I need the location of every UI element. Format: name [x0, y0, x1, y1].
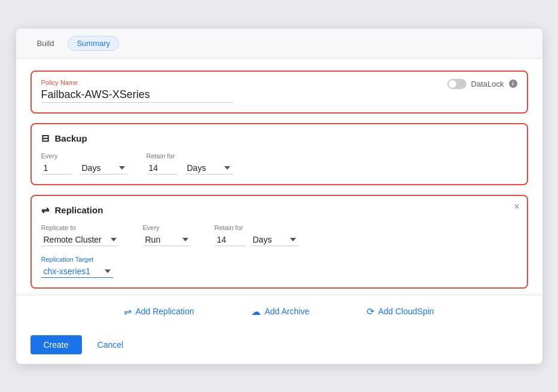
replication-target-label: Replication Target	[41, 256, 113, 263]
backup-icon: ⊟	[41, 133, 49, 144]
replication-section: × ⇌ Replication Replicate to Remote Clus…	[31, 195, 528, 289]
policy-name-field: Policy Name	[41, 79, 233, 103]
tab-summary[interactable]: Summary	[68, 36, 119, 51]
policy-name-section: Policy Name DataLock i	[31, 71, 528, 114]
replication-retain-label: Retain for	[215, 224, 298, 231]
replicate-to-select[interactable]: Remote Cluster Cloud Cluster	[41, 234, 119, 246]
modal-container: Build Summary Policy Name DataLock i ⊟ B…	[16, 29, 542, 364]
replication-section-header: ⇌ Replication	[41, 204, 517, 216]
replication-inner: ⇌ Replication Replicate to Remote Cluste…	[32, 196, 527, 287]
add-archive-label: Add Archive	[264, 307, 309, 316]
backup-section: ⊟ Backup Every Days Hours Weeks Months Y…	[31, 123, 528, 185]
replication-icon: ⇌	[41, 204, 49, 216]
add-cloudspin-icon: ⟳	[367, 306, 374, 317]
replication-title: Replication	[55, 205, 103, 215]
backup-retain-unit-select[interactable]: Days Hours Weeks Months Years	[185, 162, 233, 174]
backup-retain-label: Retain for	[147, 152, 178, 160]
add-cloudspin-label: Add CloudSpin	[378, 307, 434, 316]
replication-retain-unit-select[interactable]: Days Hours Weeks Months Years	[251, 234, 298, 246]
backup-every-unit-select[interactable]: Days Hours Weeks Months Years	[80, 162, 127, 174]
replication-target-group: Replication Target chx-xseries1 chx-xser…	[41, 256, 113, 278]
datalock-label: DataLock	[471, 79, 504, 88]
bottom-bar: Create Cancel	[16, 328, 542, 364]
tabs-bar: Build Summary	[16, 29, 542, 59]
backup-retain-group: Retain for	[147, 152, 178, 174]
datalock-toggle-group: DataLock i	[447, 79, 517, 89]
replication-retain-input[interactable]	[215, 234, 246, 246]
policy-name-input[interactable]	[41, 88, 233, 103]
policy-name-label: Policy Name	[41, 79, 233, 86]
datalock-info-icon[interactable]: i	[509, 79, 517, 88]
footer-actions: ⇌ Add Replication ☁ Add Archive ⟳ Add Cl…	[16, 295, 542, 328]
backup-every-input[interactable]	[41, 162, 72, 174]
replicate-to-label: Replicate to	[41, 224, 119, 231]
cancel-button[interactable]: Cancel	[92, 335, 130, 354]
backup-retain-unit-group: Days Hours Weeks Months Years	[185, 162, 233, 174]
backup-every-group: Every	[41, 152, 72, 174]
replication-close-button[interactable]: ×	[514, 202, 519, 212]
datalock-toggle-switch[interactable]	[447, 79, 466, 89]
backup-every-unit-group: Days Hours Weeks Months Years	[80, 162, 127, 174]
modal-body: Policy Name DataLock i ⊟ Backup Every	[16, 59, 542, 295]
replication-target-row: Replication Target chx-xseries1 chx-xser…	[41, 256, 517, 278]
backup-form-row: Every Days Hours Weeks Months Years Reta…	[41, 152, 517, 174]
tab-build[interactable]: Build	[28, 36, 63, 51]
backup-retain-input[interactable]	[147, 162, 178, 174]
replication-every-select[interactable]: Run 1 Hour 1 Day	[143, 234, 191, 246]
add-replication-icon: ⇌	[124, 306, 132, 317]
replication-every-group: Every Run 1 Hour 1 Day	[143, 224, 191, 246]
add-archive-button[interactable]: ☁ Add Archive	[246, 304, 314, 320]
backup-section-header: ⊟ Backup	[41, 133, 517, 144]
replication-every-label: Every	[143, 224, 191, 231]
create-button[interactable]: Create	[31, 335, 82, 354]
replicate-to-group: Replicate to Remote Cluster Cloud Cluste…	[41, 224, 119, 246]
add-replication-label: Add Replication	[135, 307, 194, 316]
add-replication-button[interactable]: ⇌ Add Replication	[119, 304, 199, 320]
add-archive-icon: ☁	[251, 306, 261, 317]
replication-row1: Replicate to Remote Cluster Cloud Cluste…	[41, 224, 517, 246]
add-cloudspin-button[interactable]: ⟳ Add CloudSpin	[362, 304, 438, 320]
replication-target-select[interactable]: chx-xseries1 chx-xseries2	[41, 265, 113, 278]
replication-retain-group: Retain for Days Hours Weeks Months Years	[215, 224, 298, 246]
backup-every-label: Every	[41, 152, 72, 160]
backup-title: Backup	[55, 133, 87, 143]
